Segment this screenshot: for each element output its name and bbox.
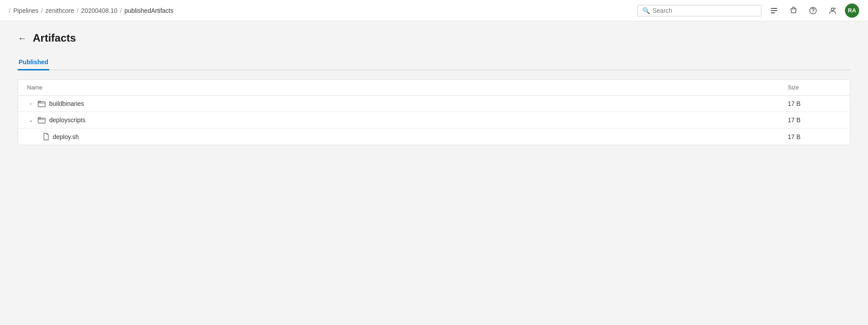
- breadcrumb: / Pipelines / zenithcore / 20200408.10 /…: [9, 7, 173, 14]
- search-box[interactable]: 🔍: [637, 5, 762, 16]
- svg-point-6: [834, 8, 836, 9]
- svg-point-4: [813, 12, 813, 13]
- breadcrumb-build[interactable]: 20200408.10: [81, 7, 117, 14]
- tab-published[interactable]: Published: [18, 55, 49, 70]
- table-row[interactable]: deploy.sh 17 B: [18, 128, 850, 145]
- breadcrumb-zenithcore[interactable]: zenithcore: [46, 7, 74, 14]
- back-button[interactable]: ←: [18, 33, 27, 43]
- search-icon: 🔍: [642, 7, 650, 14]
- svg-rect-2: [771, 12, 775, 13]
- row-filename: deploy.sh: [53, 133, 79, 140]
- table-header: Name Size: [18, 80, 850, 96]
- breadcrumb-sep-1: /: [41, 7, 43, 14]
- row-size: 17 B: [788, 116, 841, 124]
- folder-icon: [38, 116, 46, 124]
- row-name-buildbinaries: › buildbinaries: [27, 100, 788, 107]
- col-size-header: Size: [788, 84, 841, 91]
- breadcrumb-sep-2: /: [77, 7, 78, 14]
- topbar-right: 🔍: [637, 4, 859, 18]
- table-row[interactable]: ⌄ deployscripts 17 B: [18, 112, 850, 128]
- row-filename: deployscripts: [49, 116, 86, 124]
- search-input[interactable]: [653, 7, 757, 14]
- user-settings-icon-button[interactable]: [825, 4, 840, 18]
- breadcrumb-sep-0: /: [9, 7, 11, 14]
- svg-rect-13: [38, 118, 45, 123]
- page-header: ← Artifacts: [18, 32, 850, 44]
- row-size: 17 B: [788, 100, 841, 107]
- topbar: / Pipelines / zenithcore / 20200408.10 /…: [0, 0, 868, 21]
- folder-icon: [38, 100, 46, 107]
- svg-rect-0: [771, 8, 777, 9]
- tabs: Published: [18, 55, 850, 70]
- breadcrumb-pipelines[interactable]: Pipelines: [13, 7, 39, 14]
- row-size: 17 B: [788, 133, 841, 140]
- file-icon: [43, 133, 49, 140]
- list-icon-button[interactable]: [767, 4, 781, 18]
- breadcrumb-published[interactable]: publishedArtifacts: [125, 7, 174, 14]
- help-icon-button[interactable]: [806, 4, 820, 18]
- col-name-header: Name: [27, 84, 788, 91]
- row-name-deployscripts: ⌄ deployscripts: [27, 116, 788, 124]
- bag-icon-button[interactable]: [786, 4, 801, 18]
- row-filename: buildbinaries: [49, 100, 84, 107]
- breadcrumb-sep-3: /: [120, 7, 122, 14]
- artifacts-table: Name Size › buildbinaries 17 B ⌄: [18, 79, 850, 145]
- page-title: Artifacts: [33, 32, 76, 44]
- avatar[interactable]: RA: [845, 4, 859, 18]
- row-name-deploysh: deploy.sh: [43, 133, 788, 140]
- svg-point-5: [831, 8, 834, 11]
- main-content: ← Artifacts Published Name Size ›: [0, 21, 868, 325]
- table-row[interactable]: › buildbinaries 17 B: [18, 96, 850, 112]
- svg-rect-11: [38, 102, 45, 107]
- chevron-expanded-icon[interactable]: ⌄: [27, 117, 34, 123]
- svg-rect-1: [771, 10, 777, 11]
- chevron-collapsed-icon[interactable]: ›: [27, 101, 34, 106]
